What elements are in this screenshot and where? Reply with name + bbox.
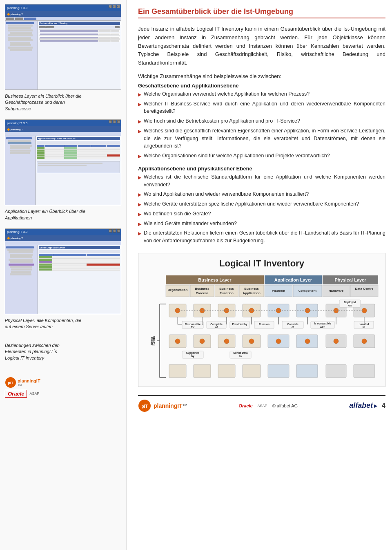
svg-rect-110: [296, 364, 318, 378]
svg-text:Business: Business: [195, 287, 209, 291]
right-panel: Ein Gesamtüberblick über die Ist-Umgebun…: [127, 0, 392, 550]
ss1-toolbar-btn3: [24, 18, 36, 20]
minimize-icon3[interactable]: _: [109, 229, 112, 233]
bullet-item: ▶ Welche Organisationen sind für welche …: [138, 152, 385, 160]
ss1-tree-item: [10, 44, 31, 46]
planningit-logo: pIT planningIT TM: [5, 377, 40, 388]
svg-text:Runs on: Runs on: [259, 323, 270, 326]
ss1-tree-item: [8, 37, 31, 39]
svg-text:Business Layer: Business Layer: [198, 277, 232, 282]
svg-text:Business: Business: [219, 287, 234, 291]
svg-rect-106: [194, 364, 211, 378]
bullet-text: Wo befinden sich die Geräte?: [144, 210, 385, 218]
caption-physical-layer: Physical Layer: alle Komponenten, die au…: [5, 317, 121, 330]
bullet-arrow-icon: ▶: [138, 153, 141, 160]
ss1-tree-item: [8, 39, 33, 41]
ss3-tree-item: [9, 264, 34, 266]
svg-text:Component: Component: [298, 289, 317, 293]
logical-it-inventory-diagram: Logical IT Inventory Business Layer Appl…: [138, 253, 385, 387]
alfabet-footer-logo: alfabet►: [349, 401, 379, 410]
svg-text:of: of: [215, 326, 218, 329]
svg-text:with: with: [320, 326, 325, 329]
bullet-text: Welches sind die geschäftlich relevanten…: [144, 127, 385, 150]
ss1-tree-item: [8, 34, 33, 36]
footer-tm: TM: [183, 402, 187, 406]
maximize-icon2[interactable]: □: [113, 120, 116, 123]
page-number: 4: [382, 402, 385, 409]
ss1-tree-item: [10, 32, 32, 34]
bullet-arrow-icon: ▶: [138, 91, 141, 98]
ss2-tree-item: [10, 150, 31, 152]
footer-logo-left: pIT planningITTM: [138, 399, 187, 412]
bullet-item: ▶ Wie hoch sind die Betriebskosten pro A…: [138, 117, 385, 125]
screenshot-business-layer: planningIT 3.0 _ □ x 🔶 planningIT: [5, 4, 121, 90]
svg-point-98: [362, 339, 367, 344]
ss2-tree-item: [10, 147, 30, 149]
ss1-toolbar-item: [46, 26, 54, 28]
svg-text:Business: Business: [244, 287, 259, 291]
svg-point-97: [334, 339, 339, 344]
caption-relations: Beziehungen zwischen den Elementen in pl…: [5, 342, 121, 361]
svg-rect-109: [268, 364, 289, 378]
ss1-toolbar-item: [115, 26, 120, 28]
bullet-text: Welche Geräte unterstützen spezifische A…: [144, 200, 385, 208]
section2-heading: Applikationsebene und physikalischer Ebe…: [138, 165, 385, 172]
minimize-icon[interactable]: _: [109, 5, 112, 8]
ss3-tree-item: [10, 254, 33, 256]
svg-rect-111: [326, 364, 346, 378]
bullet-text: Wo sind Applikationen und wieder verwend…: [144, 190, 385, 198]
bullet-arrow-icon: ▶: [138, 221, 141, 228]
close-icon[interactable]: x: [117, 5, 120, 8]
bullet-text: Welche Organisation verwendet welche App…: [144, 90, 385, 98]
bullet-item: ▶ Welche Geräte unterstützen spezifische…: [138, 200, 385, 208]
svg-text:Sends Data: Sends Data: [233, 351, 248, 354]
ss1-tree-item: [10, 42, 30, 44]
svg-point-92: [200, 339, 205, 344]
svg-point-91: [175, 339, 180, 344]
oracle-footer-logo: Oracle: [238, 403, 252, 408]
svg-text:Organization: Organization: [168, 288, 188, 292]
bottom-left-logos: pIT planningIT TM: [5, 369, 121, 388]
svg-rect-112: [354, 364, 375, 378]
ss1-tree-item: [8, 25, 33, 27]
ss3-tree-item: [9, 251, 33, 253]
bullet-arrow-icon: ▶: [138, 128, 141, 135]
bullet-item: ▶ Wo befinden sich die Geräte?: [138, 210, 385, 218]
ss1-tree-item: [8, 47, 33, 49]
svg-text:Physical Layer: Physical Layer: [334, 277, 366, 282]
ss2-tree-item: [8, 140, 31, 142]
close-icon3[interactable]: x: [117, 229, 120, 233]
bullet-text: Welches ist die technische Standardplatt…: [144, 173, 385, 189]
oracle-logo: Oracle: [5, 390, 27, 398]
footer-right-area: alfabet► 4: [349, 401, 385, 410]
ss3-tree-item: [9, 259, 33, 261]
svg-point-93: [224, 339, 229, 344]
svg-point-96: [305, 339, 310, 344]
ss3-tree-item: [10, 261, 33, 263]
ss1-logo: 🔶 planningIT: [7, 13, 23, 16]
footer-center-area: Oracle ASAP © alfabet AG: [238, 403, 298, 408]
minimize-icon2[interactable]: _: [109, 120, 112, 123]
bullet-item: ▶ Welcher IT-Business-Service wird durch…: [138, 100, 385, 116]
oracle-logo-area: Oracle ASAP: [5, 390, 121, 398]
close-icon2[interactable]: x: [117, 120, 120, 123]
svg-text:on: on: [348, 304, 352, 307]
diagram-svg: Business Layer Application Layer Physica…: [143, 275, 380, 382]
maximize-icon3[interactable]: □: [113, 229, 116, 233]
bullet-item: ▶ Welche Organisation verwendet welche A…: [138, 90, 385, 98]
svg-text:Hardware: Hardware: [329, 289, 344, 293]
bullet-text: Welcher IT-Business-Service wird durch e…: [144, 100, 385, 116]
left-panel: planningIT 3.0 _ □ x 🔶 planningIT: [0, 0, 127, 550]
bullet-arrow-icon: ▶: [138, 191, 141, 198]
section-business-app: Geschäftsebene und Applikationsebene ▶ W…: [138, 83, 385, 160]
section1-heading: Geschäftsebene und Applikationsebene: [138, 83, 385, 89]
bullet-text: Die unterstützten Relationen liefern ein…: [144, 229, 385, 245]
intro-paragraph: Jede Instanz in alfabets Logical IT Inve…: [138, 25, 385, 67]
svg-text:Application: Application: [243, 291, 261, 295]
bullet-item: ▶ Die unterstützten Relationen liefern e…: [138, 229, 385, 245]
ss3-tree-item: [11, 271, 31, 273]
bullet-item: ▶ Welches ist die technische Standardpla…: [138, 173, 385, 189]
svg-text:Items: Items: [150, 336, 154, 345]
svg-text:to: to: [239, 355, 242, 358]
maximize-icon[interactable]: □: [113, 5, 116, 8]
